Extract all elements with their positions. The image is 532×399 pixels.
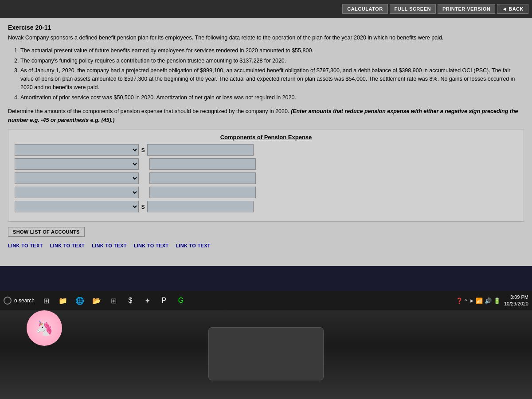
pension-row-5-input[interactable] — [147, 201, 254, 212]
taskbar-grid-icon[interactable]: ⊞ — [106, 293, 121, 308]
link-to-text-4[interactable]: LINK TO TEXT — [134, 243, 169, 248]
volume-icon: 🔊 — [485, 297, 492, 304]
taskbar-dollar-icon[interactable]: $ — [123, 293, 137, 308]
taskbar-icons: ⊞ 📁 🌐 📂 ⊞ $ ✦ P G — [39, 293, 188, 308]
exercise-title: Exercise 20-11 — [8, 24, 524, 31]
caret-icon: ^ — [465, 297, 467, 304]
pension-row-2 — [15, 158, 517, 170]
taskbar-clock: 3:09 PM 10/29/2020 — [504, 294, 528, 308]
pension-row-1: $ — [15, 144, 517, 156]
pension-row-2-input[interactable] — [149, 158, 256, 170]
back-button[interactable]: ◄ BACK — [497, 4, 528, 14]
pension-row-3-input[interactable] — [149, 172, 256, 184]
link-row: LINK TO TEXT LINK TO TEXT LINK TO TEXT L… — [8, 243, 524, 248]
main-content: Exercise 20-11 Novak Company sponsors a … — [0, 18, 532, 266]
wifi-icon: 📶 — [476, 297, 483, 304]
fullscreen-button[interactable]: FULL SCREEN — [390, 4, 436, 14]
laptop-bottom-bezel — [0, 310, 532, 399]
pension-row-3 — [15, 172, 517, 184]
printer-button[interactable]: PRINTER VERSION — [438, 4, 495, 14]
taskbar-browser-icon[interactable]: 🌐 — [73, 293, 87, 308]
taskbar-right: ❓ ^ ➤ 📶 🔊 🔋 3:09 PM 10/29/2020 — [456, 294, 528, 308]
pension-row-5: $ — [15, 201, 517, 212]
taskbar-windows-icon[interactable]: ⊞ — [39, 293, 53, 308]
date-display: 10/29/2020 — [504, 301, 528, 307]
pension-row-3-select[interactable] — [15, 172, 139, 184]
question-mark-icon: ❓ — [456, 297, 463, 304]
taskbar-system-icons: ❓ ^ ➤ 📶 🔊 🔋 — [456, 297, 501, 304]
taskbar-cross-icon[interactable]: ✦ — [140, 293, 154, 308]
taskbar-search-area: o search — [4, 297, 35, 305]
calculator-button[interactable]: CALCULATOR — [342, 4, 387, 14]
pension-table-title: Components of Pension Expense — [15, 134, 517, 141]
list-item-3: As of January 1, 2020, the company had a… — [20, 66, 524, 91]
list-item-1: The actuarial present value of future be… — [20, 47, 524, 55]
pension-table-container: Components of Pension Expense $ — [8, 129, 524, 222]
taskbar: o search ⊞ 📁 🌐 📂 ⊞ $ ✦ P G ❓ — [0, 291, 532, 310]
search-circle-icon — [4, 297, 12, 305]
exercise-list: The actuarial present value of future be… — [12, 47, 524, 102]
question-text: Determine the amounts of the components … — [8, 107, 524, 125]
show-list-btn[interactable]: SHOW LIST OF ACCOUNTS — [8, 227, 85, 237]
time-display: 3:09 PM — [504, 294, 528, 301]
list-item-4: Amortization of prior service cost was $… — [20, 94, 524, 102]
taskbar-app-g-icon[interactable]: G — [174, 293, 188, 308]
list-item-2: The company's funding policy requires a … — [20, 57, 524, 65]
trackpad[interactable] — [208, 327, 324, 380]
taskbar-folder-icon[interactable]: 📂 — [90, 293, 104, 308]
pension-row-4-select[interactable] — [15, 187, 139, 198]
dollar-sign-5: $ — [141, 203, 145, 210]
pension-table: $ — [15, 144, 517, 212]
pony-sticker: 🦄 — [27, 310, 62, 346]
taskbar-file-icon[interactable]: 📁 — [56, 293, 70, 308]
battery-icon: 🔋 — [493, 297, 501, 304]
link-to-text-1[interactable]: LINK TO TEXT — [8, 243, 43, 248]
pension-row-5-select[interactable] — [15, 201, 139, 212]
taskbar-app-p-icon[interactable]: P — [157, 293, 171, 308]
pension-row-4 — [15, 187, 517, 198]
question-main: Determine the amounts of the components … — [8, 108, 289, 114]
pension-row-1-input[interactable] — [147, 144, 254, 156]
pension-row-1-select[interactable] — [15, 144, 139, 156]
search-label[interactable]: o search — [14, 297, 35, 304]
link-to-text-3[interactable]: LINK TO TEXT — [92, 243, 127, 248]
link-to-text-2[interactable]: LINK TO TEXT — [50, 243, 85, 248]
arrow-icon: ➤ — [469, 297, 474, 304]
link-to-text-5[interactable]: LINK TO TEXT — [176, 243, 211, 248]
exercise-description: Novak Company sponsors a defined benefit… — [8, 34, 524, 42]
top-toolbar: CALCULATOR FULL SCREEN PRINTER VERSION ◄… — [0, 0, 532, 18]
pension-row-4-input[interactable] — [149, 187, 256, 198]
dollar-sign-1: $ — [141, 147, 145, 153]
pension-row-2-select[interactable] — [15, 158, 139, 170]
